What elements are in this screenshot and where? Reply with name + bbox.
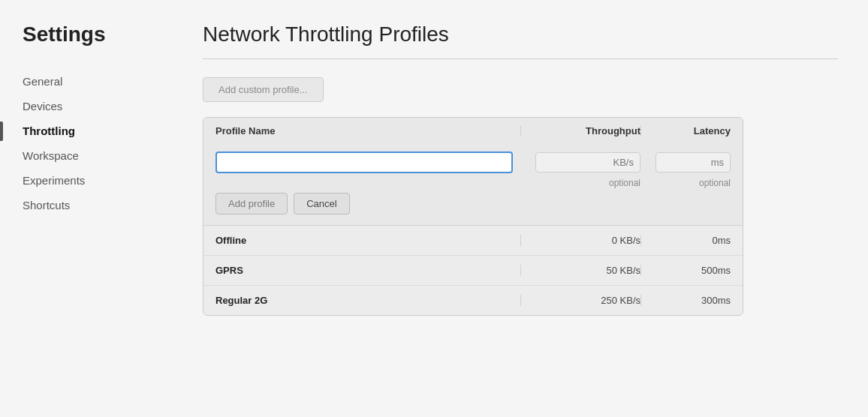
sidebar-item-devices[interactable]: Devices: [23, 94, 173, 118]
sidebar: Settings General Devices Throttling Work…: [0, 0, 173, 417]
add-custom-profile-button[interactable]: Add custom profile...: [203, 77, 324, 102]
page-title: Network Throttling Profiles: [203, 22, 838, 46]
sidebar-nav: General Devices Throttling Workspace Exp…: [23, 69, 173, 218]
sidebar-item-experiments[interactable]: Experiments: [23, 168, 173, 193]
profile-latency: 0ms: [640, 235, 731, 246]
profiles-table: Profile Name Throughput Latency optional…: [203, 117, 743, 316]
sidebar-item-label: Throttling: [23, 124, 75, 137]
sidebar-item-label: Experiments: [23, 174, 85, 187]
sidebar-item-general[interactable]: General: [23, 69, 173, 94]
header-profile-name: Profile Name: [215, 125, 520, 136]
profile-throughput: 0 KB/s: [520, 235, 640, 246]
profile-name: GPRS: [215, 265, 520, 276]
latency-optional-label: optional: [640, 178, 731, 188]
latency-input[interactable]: [656, 152, 731, 172]
sidebar-item-label: Devices: [23, 100, 62, 112]
sidebar-item-shortcuts[interactable]: Shortcuts: [23, 193, 173, 218]
add-profile-button[interactable]: Add profile: [215, 193, 288, 214]
table-row: Regular 2G 250 KB/s 300ms: [203, 286, 743, 315]
profile-latency: 500ms: [640, 265, 731, 276]
profile-name: Offline: [215, 235, 520, 246]
table-row: Offline 0 KB/s 0ms: [203, 226, 743, 256]
add-profile-row: optional optional Add profile Cancel: [203, 144, 743, 226]
profile-name-input[interactable]: [215, 152, 513, 173]
profile-throughput: 250 KB/s: [520, 295, 640, 306]
profile-name: Regular 2G: [215, 295, 520, 306]
header-throughput: Throughput: [520, 125, 640, 136]
sidebar-item-label: Shortcuts: [23, 199, 70, 212]
profile-latency: 300ms: [640, 295, 731, 306]
sidebar-item-label: General: [23, 75, 62, 88]
app-title: Settings: [23, 22, 173, 46]
sidebar-item-workspace[interactable]: Workspace: [23, 143, 173, 168]
divider: [203, 58, 838, 59]
sidebar-item-throttling[interactable]: Throttling: [23, 118, 173, 143]
throughput-optional-label: optional: [520, 178, 640, 188]
cancel-button[interactable]: Cancel: [294, 193, 349, 214]
add-row-inputs: [215, 152, 731, 173]
profile-throughput: 50 KB/s: [520, 265, 640, 276]
table-row: GPRS 50 KB/s 500ms: [203, 256, 743, 286]
header-latency: Latency: [640, 125, 731, 136]
throughput-input[interactable]: [535, 152, 640, 172]
main-content: Network Throttling Profiles Add custom p…: [173, 0, 868, 417]
add-row-buttons: Add profile Cancel: [215, 193, 731, 214]
optional-labels: optional optional: [215, 178, 731, 190]
sidebar-item-label: Workspace: [23, 149, 79, 162]
table-header: Profile Name Throughput Latency: [203, 118, 743, 144]
